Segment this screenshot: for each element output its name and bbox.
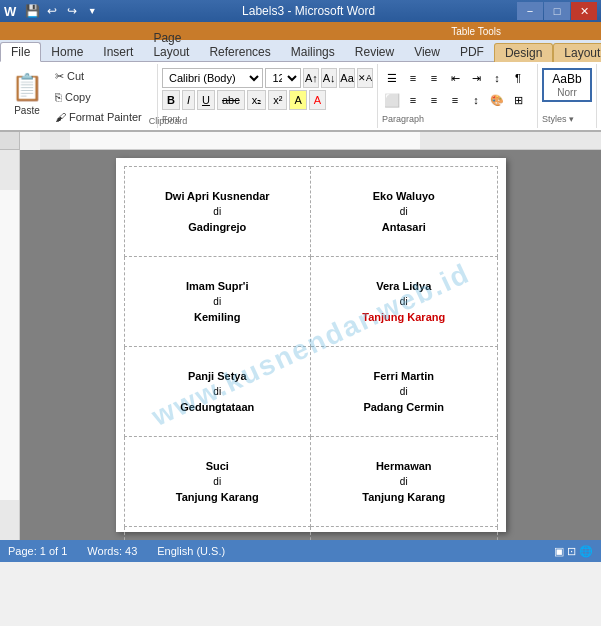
redo-icon[interactable]: ↪ — [64, 3, 80, 19]
line-spacing-button[interactable]: ↕ — [466, 90, 486, 110]
ruler-row — [0, 132, 601, 150]
align-center-button[interactable]: ≡ — [403, 90, 423, 110]
sort-button[interactable]: ↕ — [487, 68, 507, 88]
status-bar: Page: 1 of 1 Words: 43 English (U.S.) ▣ … — [0, 540, 601, 562]
label-cell-1-1: Vera LidyadiTanjung Karang — [311, 257, 498, 347]
font-size-select[interactable]: 12 — [265, 68, 301, 88]
save-icon[interactable]: 💾 — [24, 3, 40, 19]
vertical-ruler — [0, 150, 20, 540]
label-cell-1-0: Imam Supr'idiKemiling — [124, 257, 311, 347]
multilevel-list-button[interactable]: ≡ — [424, 68, 444, 88]
change-case-button[interactable]: Aa — [339, 68, 355, 88]
align-right-button[interactable]: ≡ — [424, 90, 444, 110]
words-status: Words: 43 — [87, 545, 137, 557]
decrease-indent-button[interactable]: ⇤ — [445, 68, 465, 88]
quick-access-dropdown-icon[interactable]: ▼ — [84, 3, 100, 19]
label-place-1-1: Tanjung Karang — [316, 311, 492, 323]
paste-icon: 📋 — [11, 72, 43, 103]
label-cell-0-1: Eko WaluyodiAntasari — [311, 167, 498, 257]
print-layout-icon[interactable]: ▣ — [554, 545, 564, 557]
tab-view[interactable]: View — [404, 43, 450, 61]
copy-icon: ⎘ — [55, 91, 62, 103]
cut-icon: ✂ — [55, 70, 64, 83]
bold-button[interactable]: B — [162, 90, 180, 110]
tab-insert[interactable]: Insert — [93, 43, 143, 61]
format-painter-icon: 🖌 — [55, 111, 66, 123]
normal-style[interactable]: AaBb Norr — [542, 68, 592, 102]
paste-button[interactable]: 📋 Paste — [8, 68, 46, 120]
label-place-1-0: Kemiling — [130, 311, 306, 323]
subscript-button[interactable]: x₂ — [247, 90, 267, 110]
tab-review[interactable]: Review — [345, 43, 404, 61]
show-formatting-button[interactable]: ¶ — [508, 68, 528, 88]
style-name: AaBb — [552, 72, 581, 86]
copy-button[interactable]: ⎘ Copy — [50, 88, 147, 106]
tab-file[interactable]: File — [0, 42, 41, 62]
align-left-button[interactable]: ⬜ — [382, 90, 402, 110]
numbering-button[interactable]: ≡ — [403, 68, 423, 88]
label-name-1-1: Vera Lidya — [316, 280, 492, 292]
label-place-2-1: Padang Cermin — [316, 401, 492, 413]
underline-button[interactable]: U — [197, 90, 215, 110]
shading-button[interactable]: 🎨 — [487, 90, 507, 110]
label-place-3-0: Tanjung Karang — [130, 491, 306, 503]
tab-pdf[interactable]: PDF — [450, 43, 494, 61]
document-page: www.kusnendar.web.id Dwi Apri Kusnendard… — [116, 158, 506, 532]
document-area: www.kusnendar.web.id Dwi Apri Kusnendard… — [20, 150, 601, 540]
svg-rect-1 — [70, 132, 420, 150]
label-di-0-0: di — [130, 206, 306, 217]
label-name-0-1: Eko Waluyo — [316, 190, 492, 202]
quick-access-toolbar: W 💾 ↩ ↪ ▼ — [4, 3, 100, 19]
table-tools-label: Table Tools — [451, 26, 501, 37]
ribbon-tabs: File Home Insert Page Layout References … — [0, 40, 601, 62]
clear-format-button[interactable]: ✕A — [357, 68, 373, 88]
label-cell-0-0: Dwi Apri KusnendardiGadingrejo — [124, 167, 311, 257]
tab-layout[interactable]: Layout — [553, 43, 601, 62]
label-place-0-0: Gadingrejo — [130, 221, 306, 233]
clipboard-group: 📋 Paste ✂ Cut ⎘ Copy 🖌 Format Painter Cl… — [4, 64, 158, 128]
language-status: English (U.S.) — [157, 545, 225, 557]
font-shrink-button[interactable]: A↓ — [321, 68, 337, 88]
superscript-button[interactable]: x² — [268, 90, 287, 110]
font-label: Font — [162, 112, 373, 124]
paragraph-group: ☰ ≡ ≡ ⇤ ⇥ ↕ ¶ ⬜ ≡ ≡ ≡ ↕ 🎨 ⊞ Paragraph — [378, 64, 538, 128]
font-grow-button[interactable]: A↑ — [303, 68, 319, 88]
tab-design[interactable]: Design — [494, 43, 553, 62]
highlight-button[interactable]: A — [289, 90, 306, 110]
label-place-0-1: Antasari — [316, 221, 492, 233]
borders-button[interactable]: ⊞ — [508, 90, 528, 110]
close-button[interactable]: ✕ — [571, 2, 597, 20]
view-controls: ▣ ⊡ 🌐 — [554, 545, 593, 558]
strikethrough-button[interactable]: abc — [217, 90, 245, 110]
full-screen-icon[interactable]: ⊡ — [567, 545, 576, 557]
increase-indent-button[interactable]: ⇥ — [466, 68, 486, 88]
cut-button[interactable]: ✂ Cut — [50, 67, 147, 86]
ruler-corner — [0, 132, 20, 150]
label-cell-3-0: SucidiTanjung Karang — [124, 437, 311, 527]
ruler-svg — [40, 132, 601, 150]
label-name-2-0: Panji Setya — [130, 370, 306, 382]
format-painter-button[interactable]: 🖌 Format Painter — [50, 108, 147, 126]
label-di-0-1: di — [316, 206, 492, 217]
label-cell-2-0: Panji SetyadiGedungtataan — [124, 347, 311, 437]
italic-button[interactable]: I — [182, 90, 195, 110]
table-tools-header: Table Tools — [0, 22, 601, 40]
label-name-1-0: Imam Supr'i — [130, 280, 306, 292]
font-name-select[interactable]: Calibri (Body) — [162, 68, 263, 88]
web-layout-icon[interactable]: 🌐 — [579, 545, 593, 557]
tab-home[interactable]: Home — [41, 43, 93, 61]
label-cell-4-1: Rizki — [311, 527, 498, 541]
label-di-2-1: di — [316, 386, 492, 397]
styles-group: AaBb Norr Styles ▾ — [538, 64, 597, 128]
label-di-2-0: di — [130, 386, 306, 397]
tab-page-layout[interactable]: Page Layout — [143, 29, 199, 61]
font-color-button[interactable]: A — [309, 90, 326, 110]
maximize-button[interactable]: □ — [544, 2, 570, 20]
minimize-button[interactable]: − — [517, 2, 543, 20]
bullets-button[interactable]: ☰ — [382, 68, 402, 88]
label-name-3-1: Hermawan — [316, 460, 492, 472]
justify-button[interactable]: ≡ — [445, 90, 465, 110]
tab-mailings[interactable]: Mailings — [281, 43, 345, 61]
tab-references[interactable]: References — [199, 43, 280, 61]
undo-icon[interactable]: ↩ — [44, 3, 60, 19]
